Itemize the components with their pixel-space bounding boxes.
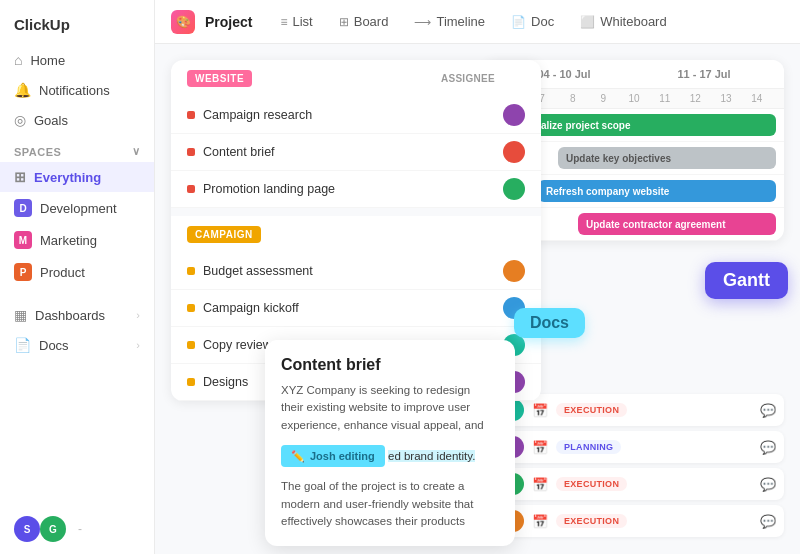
- task-dot: [187, 378, 195, 386]
- campaign-badge: CAMPAIGN: [187, 226, 261, 243]
- whiteboard-icon: ⬜: [580, 15, 595, 29]
- grid-icon: ⊞: [14, 169, 26, 185]
- calendar-icon: 📅: [532, 403, 548, 418]
- chat-icon: 💬: [760, 403, 776, 418]
- gantt-bar-3: Refresh company website: [538, 180, 776, 202]
- task-row[interactable]: Promotion landing page: [171, 171, 541, 208]
- sidebar-item-notifications[interactable]: 🔔 Notifications: [0, 75, 154, 105]
- task-dot: [187, 111, 195, 119]
- project-icon: 🎨: [171, 10, 195, 34]
- chevron-right-docs-icon: ›: [136, 339, 140, 351]
- gantt-day: 13: [711, 93, 742, 104]
- sidebar-item-docs[interactable]: 📄 Docs ›: [0, 330, 154, 360]
- gantt-week2: 11 - 17 Jul: [636, 68, 772, 80]
- task-dot: [187, 304, 195, 312]
- campaign-section-header: CAMPAIGN: [171, 216, 541, 253]
- gantt-bar-2: Update key objectives: [558, 147, 776, 169]
- gantt-day: 12: [680, 93, 711, 104]
- gantt-day: 8: [557, 93, 588, 104]
- chevron-icon: ∨: [132, 145, 141, 158]
- home-icon: ⌂: [14, 52, 22, 68]
- timeline-icon: ⟶: [414, 15, 431, 29]
- docs-card: Docs Content brief XYZ Company is seekin…: [265, 340, 515, 546]
- marketing-dot: M: [14, 231, 32, 249]
- main-panel: 🎨 Project ≡ List ⊞ Board ⟶ Timeline 📄 Do…: [155, 0, 800, 554]
- gantt-day: 14: [741, 93, 772, 104]
- task-row[interactable]: Campaign kickoff: [171, 290, 541, 327]
- sidebar-item-marketing[interactable]: M Marketing: [0, 224, 154, 256]
- chat-icon: 💬: [760, 440, 776, 455]
- tab-timeline[interactable]: ⟶ Timeline: [404, 10, 495, 33]
- gantt-bar-1: Finalize project scope: [518, 114, 776, 136]
- status-area: 📅 EXECUTION 💬 📅 PLANNING 💬 📅 EXECUTION 💬…: [494, 394, 784, 542]
- sidebar-item-goals[interactable]: ◎ Goals: [0, 105, 154, 135]
- calendar-icon: 📅: [532, 477, 548, 492]
- board-icon: ⊞: [339, 15, 349, 29]
- sidebar-item-development[interactable]: D Development: [0, 192, 154, 224]
- status-badge-execution: EXECUTION: [556, 477, 627, 491]
- dashboard-icon: ▦: [14, 307, 27, 323]
- gantt-tooltip: Gantt: [705, 262, 788, 299]
- sidebar-item-product[interactable]: P Product: [0, 256, 154, 288]
- chevron-right-icon: ›: [136, 309, 140, 321]
- gantt-bar-4: Update contractor agreement: [578, 213, 776, 235]
- goals-icon: ◎: [14, 112, 26, 128]
- tab-whiteboard[interactable]: ⬜ Whiteboard: [570, 10, 676, 33]
- project-title: Project: [205, 14, 252, 30]
- status-row: 📅 EXECUTION 💬: [494, 394, 784, 426]
- gantt-day: 9: [588, 93, 619, 104]
- task-avatar: [503, 260, 525, 282]
- sidebar: ClickUp ⌂ Home 🔔 Notifications ◎ Goals S…: [0, 0, 155, 554]
- highlight-text: ed brand identity.: [388, 450, 475, 462]
- tab-list[interactable]: ≡ List: [270, 10, 322, 33]
- calendar-icon: 📅: [532, 514, 548, 529]
- task-dot: [187, 341, 195, 349]
- chat-icon: 💬: [760, 514, 776, 529]
- task-dot: [187, 148, 195, 156]
- more-users: -: [78, 522, 82, 536]
- top-nav: 🎨 Project ≡ List ⊞ Board ⟶ Timeline 📄 Do…: [155, 0, 800, 44]
- sidebar-item-dashboards[interactable]: ▦ Dashboards ›: [0, 300, 154, 330]
- status-row: 📅 PLANNING 💬: [494, 431, 784, 463]
- doc-icon: 📄: [511, 15, 526, 29]
- user-avatar-2: G: [40, 516, 66, 542]
- docs-card-title: Content brief: [281, 356, 499, 374]
- development-dot: D: [14, 199, 32, 217]
- edit-pencil-icon: ✏️: [291, 448, 305, 465]
- spaces-section-label: Spaces ∨: [0, 135, 154, 162]
- task-avatar: [503, 141, 525, 163]
- gantt-day: 11: [649, 93, 680, 104]
- section-divider: [171, 208, 541, 216]
- tab-doc[interactable]: 📄 Doc: [501, 10, 564, 33]
- app-logo: ClickUp: [0, 12, 154, 45]
- status-badge-execution: EXECUTION: [556, 403, 627, 417]
- chat-icon: 💬: [760, 477, 776, 492]
- gantt-day: 10: [619, 93, 650, 104]
- tab-board[interactable]: ⊞ Board: [329, 10, 399, 33]
- content-area: WEBSITE ASSIGNEE Campaign research Conte…: [155, 44, 800, 554]
- status-row: 📅 EXECUTION 💬: [494, 468, 784, 500]
- docs-card-body: XYZ Company is seeking to redesign their…: [281, 382, 499, 530]
- task-avatar: [503, 104, 525, 126]
- status-badge-planning: PLANNING: [556, 440, 621, 454]
- task-avatar: [503, 178, 525, 200]
- task-row[interactable]: Content brief: [171, 134, 541, 171]
- website-badge: WEBSITE: [187, 70, 252, 87]
- task-dot: [187, 185, 195, 193]
- sidebar-item-everything[interactable]: ⊞ Everything: [0, 162, 154, 192]
- task-row[interactable]: Budget assessment: [171, 253, 541, 290]
- task-dot: [187, 267, 195, 275]
- sidebar-item-home[interactable]: ⌂ Home: [0, 45, 154, 75]
- bell-icon: 🔔: [14, 82, 31, 98]
- user-avatar[interactable]: S: [14, 516, 40, 542]
- calendar-icon: 📅: [532, 440, 548, 455]
- docs-tooltip: Docs: [514, 308, 585, 338]
- docs-icon: 📄: [14, 337, 31, 353]
- list-icon: ≡: [280, 15, 287, 29]
- product-dot: P: [14, 263, 32, 281]
- website-section-header: WEBSITE ASSIGNEE: [171, 60, 541, 97]
- sidebar-bottom: S G -: [0, 516, 154, 542]
- status-row: 📅 EXECUTION 💬: [494, 505, 784, 537]
- task-row[interactable]: Campaign research: [171, 97, 541, 134]
- status-badge-execution: EXECUTION: [556, 514, 627, 528]
